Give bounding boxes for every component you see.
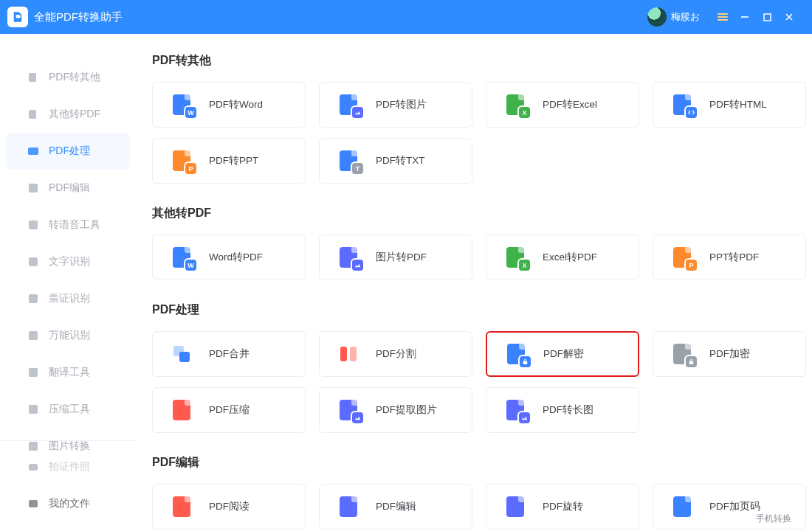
card-excel-to-pdf[interactable]: X Excel转PDF <box>486 235 639 280</box>
card-word-to-pdf[interactable]: W Word转PDF <box>152 235 306 280</box>
svg-rect-16 <box>340 347 347 361</box>
svg-rect-7 <box>29 294 38 303</box>
user-name[interactable]: 梅簇お <box>671 10 700 24</box>
image-pdf-icon <box>337 246 359 268</box>
rotate-icon <box>504 496 526 518</box>
card-pdf-read[interactable]: PDF阅读 <box>152 484 306 530</box>
sidebar-item-label: PDF转其他 <box>49 71 100 84</box>
maximize-button[interactable] <box>756 6 778 28</box>
svg-rect-15 <box>179 352 190 362</box>
ocr-icon <box>27 255 40 268</box>
grid-pdf-to-other: W PDF转Word PDF转图片 X PDF转Excel <box>152 82 796 184</box>
read-icon <box>171 496 193 518</box>
card-pdf-long-image[interactable]: PDF转长图 <box>486 387 639 433</box>
section-title-pdf-edit: PDF编辑 <box>152 455 796 471</box>
sidebar-item-translate[interactable]: 翻译工具 <box>0 354 136 391</box>
card-label: PDF解密 <box>543 347 584 361</box>
sidebar-item-other-to-pdf[interactable]: 其他转PDF <box>0 96 136 133</box>
app-logo <box>7 7 28 27</box>
sidebar-item-pdf-edit[interactable]: PDF编辑 <box>0 170 136 206</box>
sidebar-item-tts[interactable]: 转语音工具 <box>0 206 136 243</box>
sidebar-item-label: 拍证件照 <box>49 460 90 473</box>
pdf-in-icon <box>27 108 40 121</box>
card-label: PPT转PDF <box>709 251 759 264</box>
card-pdf-decrypt[interactable]: PDF解密 <box>486 331 639 377</box>
svg-rect-9 <box>29 368 38 377</box>
compress-icon <box>27 403 40 416</box>
pdf-out-icon <box>27 71 40 84</box>
sidebar-item-pdf-to-other[interactable]: PDF转其他 <box>0 59 136 96</box>
edit-doc-icon <box>337 496 359 518</box>
word-pdf-icon: W <box>171 246 193 268</box>
card-pdf-to-excel[interactable]: X PDF转Excel <box>486 82 639 128</box>
sidebar-item-label: 文字识别 <box>49 255 90 268</box>
card-pdf-to-image[interactable]: PDF转图片 <box>319 82 472 128</box>
card-pdf-to-html[interactable]: PDF转HTML <box>653 82 806 128</box>
menu-icon[interactable] <box>712 6 734 28</box>
card-label: PDF加页码 <box>709 500 760 513</box>
sidebar-item-compress[interactable]: 压缩工具 <box>0 391 136 428</box>
pdf-ppt-icon: P <box>171 150 193 172</box>
card-pdf-split[interactable]: PDF分割 <box>319 331 472 377</box>
card-label: PDF转TXT <box>376 154 425 167</box>
card-label: PDF编辑 <box>376 500 416 513</box>
card-label: Excel转PDF <box>543 251 597 264</box>
sidebar-bottom: 拍证件照 我的文件 <box>0 440 136 522</box>
translate-icon <box>27 366 40 379</box>
card-pdf-encrypt[interactable]: PDF加密 <box>653 331 806 377</box>
sidebar-item-idphoto[interactable]: 拍证件照 <box>0 448 136 485</box>
card-ppt-to-pdf[interactable]: P PPT转PDF <box>653 235 806 280</box>
svg-rect-4 <box>29 184 38 192</box>
grid-pdf-process: PDF合并 PDF分割 PDF解密 <box>152 331 796 433</box>
pagenum-icon <box>671 496 693 518</box>
sidebar-item-ocr-doc[interactable]: 票证识别 <box>0 280 136 317</box>
card-label: 图片转PDF <box>376 251 427 264</box>
card-pdf-extract-image[interactable]: PDF提取图片 <box>319 387 472 433</box>
card-label: PDF分割 <box>376 347 416 361</box>
pdf-excel-icon: X <box>504 94 526 116</box>
minimize-button[interactable] <box>734 6 756 28</box>
sidebar-item-ocr-any[interactable]: 万能识别 <box>0 317 136 354</box>
excel-pdf-icon: X <box>504 246 526 268</box>
long-image-icon <box>504 399 526 421</box>
card-pdf-to-word[interactable]: W PDF转Word <box>152 82 306 128</box>
card-pdf-edit[interactable]: PDF编辑 <box>319 484 472 530</box>
card-pdf-rotate[interactable]: PDF旋转 <box>486 484 639 530</box>
content: PDF转其他 W PDF转Word PDF转图片 <box>136 34 812 531</box>
pdf-word-icon: W <box>171 94 193 116</box>
section-title-pdf-process: PDF处理 <box>152 302 796 318</box>
card-pdf-compress[interactable]: PDF压缩 <box>152 387 306 433</box>
card-pdf-to-ppt[interactable]: P PDF转PPT <box>152 138 306 184</box>
process-icon <box>27 145 40 158</box>
svg-rect-17 <box>350 347 357 361</box>
card-label: PDF加密 <box>709 347 750 361</box>
svg-rect-1 <box>29 73 36 82</box>
user-avatar[interactable] <box>647 7 667 27</box>
card-label: PDF转Excel <box>543 98 597 111</box>
sidebar-item-label: 其他转PDF <box>49 108 100 121</box>
files-icon <box>27 497 40 510</box>
sidebar: PDF转其他 其他转PDF PDF处理 PDF编辑 转语音工具 <box>0 34 136 531</box>
card-pdf-merge[interactable]: PDF合并 <box>152 331 306 377</box>
lock-icon <box>671 343 693 365</box>
card-label: PDF压缩 <box>209 403 250 417</box>
card-image-to-pdf[interactable]: 图片转PDF <box>319 235 472 280</box>
card-pdf-to-txt[interactable]: T PDF转TXT <box>319 138 472 184</box>
app-title: 全能PDF转换助手 <box>34 10 123 24</box>
sidebar-item-myfiles[interactable]: 我的文件 <box>0 485 136 522</box>
card-label: PDF转PPT <box>209 154 258 167</box>
card-label: PDF转长图 <box>543 403 593 417</box>
mobile-convert-label[interactable]: 手机转换 <box>756 513 791 525</box>
doc-ocr-icon <box>27 292 40 305</box>
zip-icon <box>171 399 193 421</box>
card-label: Word转PDF <box>209 251 263 264</box>
sidebar-item-pdf-process[interactable]: PDF处理 <box>6 133 130 170</box>
audio-icon <box>27 218 40 232</box>
svg-rect-5 <box>29 221 38 229</box>
svg-rect-13 <box>29 500 38 507</box>
close-button[interactable] <box>778 6 800 28</box>
camera-icon <box>27 460 40 473</box>
sidebar-item-label: 压缩工具 <box>49 403 90 416</box>
sidebar-item-ocr-text[interactable]: 文字识别 <box>0 243 136 280</box>
card-label: PDF提取图片 <box>376 403 437 417</box>
